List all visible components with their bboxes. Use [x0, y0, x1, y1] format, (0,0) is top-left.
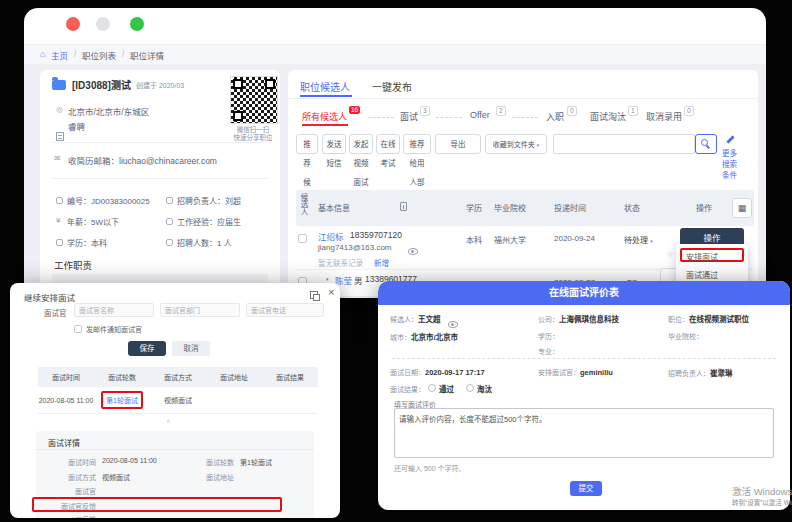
resume-email: liuchao@chinacareer.com — [119, 156, 217, 166]
subtab-cancel-hire-badge: 0 — [684, 106, 694, 116]
row1-no-contact-note: 暂无联系记录 — [318, 257, 363, 268]
start-video-interview-button[interactable]: 发起视频面试 — [349, 134, 373, 154]
window-close-button[interactable] — [66, 17, 80, 31]
window-zoom-button[interactable] — [130, 17, 144, 31]
breadcrumb-sep2: / — [122, 49, 124, 59]
remaining-chars: 还可输入 500 个字符。 — [394, 463, 466, 473]
subtab-interview[interactable]: 面试 — [400, 110, 418, 123]
online-exam-button[interactable]: 在线考试 — [376, 134, 400, 154]
subtab-onboard[interactable]: 入职 — [546, 110, 564, 123]
divider — [52, 142, 268, 143]
scheduler-value: geminiliu — [580, 368, 613, 377]
owner-icon — [166, 197, 173, 204]
job-info-card: [ID3088]测试 创建于 2020/03 微信扫一扫 快速分享职位 ◎ 北京… — [40, 70, 280, 296]
row1-school: 福州大学 — [494, 234, 526, 245]
row2-candidate-name[interactable]: 陈莹 — [335, 274, 352, 286]
job-exp-label: 工作经验： — [177, 218, 217, 227]
interviewer-dept-input[interactable] — [160, 303, 240, 317]
search-input[interactable] — [553, 134, 695, 154]
submit-button[interactable]: 提交 — [570, 481, 602, 496]
search-button[interactable] — [695, 134, 717, 154]
breadcrumb: ⌂ 主页 / 职位列表 / 职位详情 — [24, 44, 766, 65]
eye-icon[interactable] — [408, 248, 418, 255]
rounds-table-header: 面试时间 面试轮数 面试方式 面试地址 面试结果 — [38, 367, 318, 387]
th-result: 面试结果 — [262, 372, 318, 382]
interview-date-value: 2020-09-17 17:17 — [425, 368, 485, 377]
notify-label: 发邮件通知面试官 — [86, 324, 142, 334]
row1-candidate-name[interactable]: 江绍标 — [318, 230, 344, 242]
cancel-button[interactable]: 取消 — [172, 341, 210, 356]
save-button[interactable]: 保存 — [128, 341, 166, 356]
evaluation-modal-title: 在线面试评价表 — [549, 287, 619, 298]
subtab-onboard-badge: 0 — [567, 106, 577, 116]
main-window: ⌂ 主页 / 职位列表 / 职位详情 [ID3088]测试 创建于 2020/0… — [24, 8, 766, 298]
send-sms-button[interactable]: 发送短信 — [322, 134, 346, 154]
export-button[interactable]: 导出 — [435, 134, 481, 154]
scheduler-label: 安排面试官： — [538, 369, 580, 376]
result-fail-label[interactable]: 淘汰 — [477, 383, 492, 394]
menu-interview-pass[interactable]: 面试通过 — [686, 269, 718, 280]
row1-phone: 18359707120 — [350, 230, 402, 240]
notify-checkbox[interactable] — [74, 325, 82, 333]
th-address: 面试地址 — [206, 372, 262, 382]
interviewer-phone-input[interactable] — [246, 303, 324, 317]
row1-status-label: 待处理 — [624, 236, 648, 245]
rounds-table-row: 2020-08-05 11:00 第1轮面试 视频面试 — [38, 387, 318, 414]
tab-one-click-publish[interactable]: 一键发布 — [372, 79, 412, 94]
breadcrumb-job-list[interactable]: 职位列表 — [82, 49, 116, 61]
row1-add-contact-link[interactable]: 新增 — [374, 257, 389, 268]
row1-degree: 本科 — [466, 234, 482, 245]
collapse-icon[interactable]: ∧ — [166, 417, 170, 424]
menu-schedule-interview[interactable]: 安排面试 — [686, 251, 718, 262]
subtab-cancel-hire[interactable]: 取消录用 — [646, 110, 682, 123]
location-icon: ◎ — [56, 105, 63, 114]
caret-down-icon[interactable]: ▾ — [326, 276, 329, 282]
column-settings-button[interactable]: ▦ — [732, 198, 752, 218]
recommend-candidate-button[interactable]: 推荐候选人 — [296, 134, 318, 154]
owner-field: 招聘负责人：崔翠琳 — [668, 367, 733, 378]
comment-textarea[interactable] — [394, 408, 774, 458]
subtab-separator — [512, 117, 538, 118]
header-basic-info: 基本信息 — [318, 202, 350, 213]
window-minimize-button[interactable] — [96, 17, 110, 31]
result-pass-radio[interactable] — [428, 384, 436, 392]
divider — [52, 178, 268, 179]
recommend-to-dept-button[interactable]: 推荐给用人部门 — [403, 134, 431, 154]
round-link[interactable]: 第1轮面试 — [101, 391, 143, 409]
owner-value: 崔翠琳 — [710, 369, 733, 378]
row1-checkbox[interactable] — [298, 234, 307, 243]
interviewer-name-input[interactable] — [74, 303, 154, 317]
company-field: 公司：上海佩琪信息科技 — [538, 313, 619, 324]
header-school: 毕业院校 — [494, 202, 526, 213]
home-icon[interactable]: ⌂ — [40, 49, 45, 59]
job-owner-label: 招聘负责人： — [177, 197, 225, 206]
edit-icon — [726, 135, 734, 143]
save-to-folder-dropdown[interactable]: 收藏到文件夹 ▾ — [485, 134, 547, 154]
th-method: 面试方式 — [150, 372, 206, 382]
detail-address-label: 面试地址 — [182, 472, 234, 482]
more-search-conditions[interactable]: 更多搜索条件 — [721, 148, 738, 181]
eye-icon[interactable] — [448, 321, 458, 328]
star-icon[interactable]: ☆ — [666, 249, 674, 259]
owner-label: 招聘负责人： — [668, 370, 710, 377]
position-field: 职位：在线视频测试职位 — [668, 313, 749, 324]
result-pass-label[interactable]: 通过 — [439, 383, 454, 394]
maximize-icon[interactable] — [310, 291, 318, 299]
major-label: 专业： — [538, 346, 559, 356]
close-icon[interactable]: × — [328, 286, 334, 298]
position-label: 职位： — [668, 316, 689, 323]
subtab-all-candidates[interactable]: 所有候选人 — [302, 110, 347, 123]
windows-activation-watermark-line2: 转到“设置”以激活 Windows。 — [732, 497, 792, 507]
result-fail-radio[interactable] — [466, 384, 474, 392]
company-label: 公司： — [538, 316, 559, 323]
tab-candidates[interactable]: 职位候选人 — [300, 79, 350, 94]
subtab-offer[interactable]: Offer — [470, 110, 490, 120]
salary-icon: ¥ — [56, 216, 60, 225]
evaluation-modal: 在线面试评价表 候选人：王文超 公司：上海佩琪信息科技 职位：在线视频测试职位 … — [378, 281, 790, 510]
city-label: 城市： — [390, 334, 411, 341]
row1-status-dropdown[interactable]: 待处理 ▾ — [624, 234, 653, 245]
job-id-label: 编号： — [67, 197, 91, 206]
subtab-interview-fail[interactable]: 面试淘汰 — [590, 110, 626, 123]
breadcrumb-home[interactable]: 主页 — [51, 49, 68, 61]
tab-underline — [300, 95, 352, 97]
